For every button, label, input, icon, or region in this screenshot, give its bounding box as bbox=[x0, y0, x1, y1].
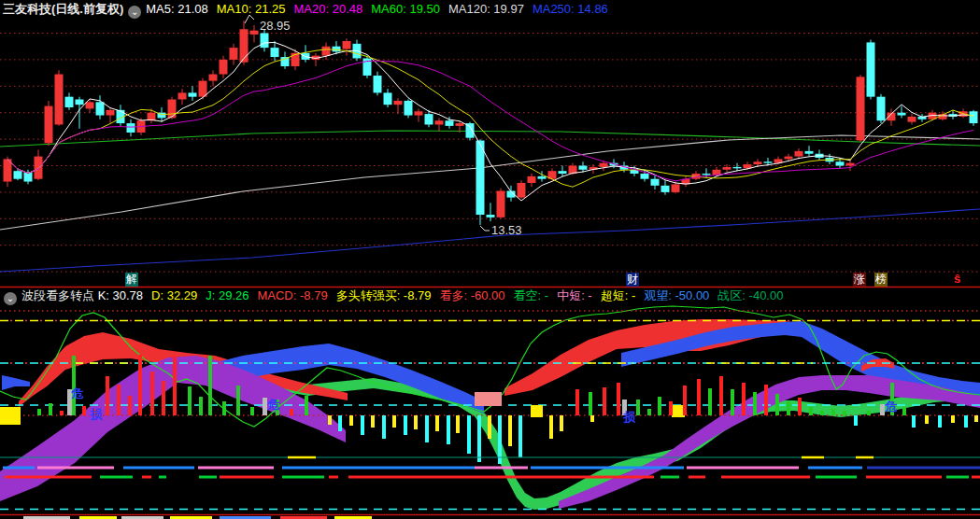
hist-bar bbox=[925, 415, 929, 424]
indicator-readout: K: 30.78 bbox=[98, 288, 143, 302]
divider-tag-涨[interactable]: 涨 bbox=[853, 273, 866, 287]
signal-dash-segment bbox=[721, 476, 810, 479]
candle-body bbox=[877, 97, 886, 121]
hist-bar bbox=[349, 415, 353, 426]
candle-body bbox=[446, 120, 454, 126]
signal-dash-segment bbox=[867, 467, 980, 470]
hist-bar bbox=[683, 386, 687, 415]
annotation-leader bbox=[480, 226, 490, 231]
candle-body bbox=[415, 111, 423, 115]
indicator-readout: 多头转强买: -8.79 bbox=[336, 288, 432, 302]
hist-bar bbox=[951, 415, 955, 423]
signal-dash-segment bbox=[220, 476, 274, 479]
hist-bar bbox=[549, 415, 553, 439]
signal-dash-segment bbox=[199, 476, 217, 479]
hist-bar bbox=[809, 407, 813, 415]
hist-bar bbox=[414, 415, 418, 429]
hist-bar bbox=[117, 385, 121, 415]
candle-body bbox=[487, 215, 495, 217]
signal-dash-segment bbox=[37, 467, 114, 470]
candle-body bbox=[322, 47, 331, 56]
indicator-readout: D: 32.29 bbox=[151, 288, 197, 302]
candle-body bbox=[271, 48, 279, 57]
hist-bar bbox=[477, 415, 481, 462]
candle-body bbox=[240, 29, 249, 63]
candle-body bbox=[168, 100, 177, 119]
hist-bar bbox=[603, 387, 606, 415]
candle-body bbox=[579, 166, 588, 170]
candle-body bbox=[76, 100, 84, 105]
chart-canvas[interactable]: 28.9513.53危损危损危 bbox=[0, 0, 980, 519]
hist-bar bbox=[435, 415, 439, 431]
signal-dash-segment bbox=[198, 467, 274, 470]
candle-body bbox=[425, 114, 433, 124]
yellow-square-left bbox=[0, 407, 21, 425]
candle-body bbox=[651, 179, 660, 186]
hist-bar bbox=[371, 415, 375, 428]
chevron-down-icon[interactable]: ⌄ bbox=[128, 6, 141, 19]
indicator-readout: 看多: -60.00 bbox=[439, 288, 504, 302]
signal-dash-segment bbox=[687, 467, 799, 470]
candle-body bbox=[528, 176, 536, 183]
hist-bar bbox=[128, 396, 132, 415]
signal-dash-segment bbox=[123, 467, 194, 470]
hist-bar bbox=[742, 383, 746, 415]
hist-bar bbox=[456, 415, 460, 433]
hist-bar bbox=[305, 396, 308, 415]
hist-bar bbox=[290, 409, 293, 415]
signal-dash-segment bbox=[660, 476, 679, 479]
candle-body bbox=[435, 120, 444, 124]
candle-body bbox=[394, 101, 403, 105]
signal-dash-segment bbox=[282, 467, 475, 470]
candle-body bbox=[857, 77, 865, 140]
hist-bar bbox=[382, 415, 386, 439]
candle-body bbox=[518, 183, 526, 198]
chevron-down-icon[interactable]: ⌄ bbox=[4, 292, 17, 305]
ma-readout: MA20: 20.48 bbox=[294, 2, 363, 16]
candle-body bbox=[672, 184, 680, 192]
candle-body bbox=[24, 173, 33, 182]
candle-body bbox=[970, 111, 978, 123]
hist-bar bbox=[912, 415, 916, 428]
divider-tag-财[interactable]: 财 bbox=[626, 273, 639, 287]
candle-body bbox=[55, 75, 64, 125]
candle-body bbox=[384, 92, 392, 105]
symbol-title: 三友科技(日线.前复权) bbox=[3, 2, 123, 16]
hist-bar bbox=[867, 411, 871, 415]
hist-bar bbox=[787, 401, 790, 415]
candle-body bbox=[14, 171, 22, 179]
hist-bar bbox=[636, 400, 640, 415]
ma-readouts: MA5: 21.08MA10: 21.25MA20: 20.48MA60: 19… bbox=[146, 2, 617, 16]
candle-body bbox=[65, 97, 74, 107]
hist-bar bbox=[719, 376, 723, 415]
hist-bar bbox=[222, 401, 226, 415]
signal-dash-segment bbox=[816, 476, 857, 479]
hist-bar bbox=[508, 415, 512, 446]
divider-tag-榜[interactable]: 榜 bbox=[874, 273, 888, 287]
candle-body bbox=[178, 92, 187, 99]
hist-bar bbox=[843, 411, 846, 415]
candle-body bbox=[867, 42, 875, 96]
candle-body bbox=[600, 163, 608, 167]
hist-bar bbox=[731, 389, 734, 415]
divider-tag-解[interactable]: 解 bbox=[125, 273, 138, 287]
candle-body bbox=[559, 171, 567, 174]
candle-body bbox=[785, 157, 793, 160]
ma-readout: MA5: 21.08 bbox=[146, 2, 208, 16]
hist-bar bbox=[447, 415, 450, 444]
ma-readout: MA120: 19.97 bbox=[448, 2, 524, 16]
dollar-tag[interactable]: ŝ bbox=[954, 272, 960, 286]
candle-body bbox=[86, 102, 94, 108]
candle-body bbox=[754, 161, 762, 164]
signal-dash-segment bbox=[348, 476, 654, 479]
candle-body bbox=[908, 117, 916, 122]
signal-dash-segment bbox=[282, 476, 324, 479]
candle-body bbox=[476, 141, 485, 216]
candle-body bbox=[661, 186, 670, 192]
candle-body bbox=[199, 81, 207, 97]
hist-bar bbox=[49, 403, 52, 415]
indicator-readout: MACD: -8.79 bbox=[257, 288, 327, 302]
hist-bar bbox=[974, 415, 978, 422]
hist-bar bbox=[518, 415, 522, 457]
ma-line-ma5 bbox=[7, 42, 973, 201]
